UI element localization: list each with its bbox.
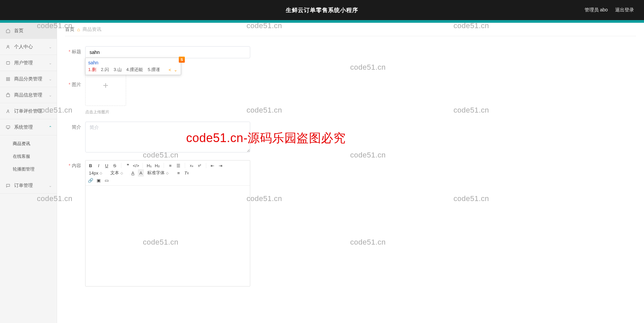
indent-left-button[interactable]: ⇤ (210, 162, 216, 169)
svg-rect-1 (6, 61, 9, 64)
ime-nav[interactable]: < ⌄ (169, 67, 178, 72)
label-intro: 简介 (65, 122, 85, 130)
chevron-down-icon: ⌄ (49, 61, 52, 65)
chevron-down-icon: ⌄ (49, 183, 52, 188)
svg-point-7 (7, 110, 9, 111)
logout-button[interactable]: 退出登录 (615, 7, 634, 13)
sidebar-item-home[interactable]: 首页 (0, 23, 57, 39)
box-icon (5, 92, 11, 98)
ime-candidates: 1.删 2.闪 3.山 4.擅还能 5.擅谨 < ⌄ (88, 66, 178, 73)
svg-rect-3 (8, 77, 10, 79)
list-unordered-button[interactable]: ☰ (175, 162, 181, 169)
label-content: *内容 (65, 160, 85, 169)
ime-buffer: sahn (88, 59, 178, 66)
sidebar-subitem-service[interactable]: 在线客服 (0, 150, 57, 163)
sidebar-item-profile[interactable]: 个人中心 ⌄ (0, 39, 57, 55)
link-button[interactable]: 🔗 (88, 177, 94, 184)
title-input[interactable] (85, 46, 250, 58)
italic-button[interactable]: I (96, 162, 102, 169)
monitor-icon (5, 125, 11, 130)
sidebar-subitem-news[interactable]: 商品资讯 (0, 137, 57, 150)
superscript-button[interactable]: x² (197, 162, 203, 169)
svg-point-0 (7, 45, 9, 47)
sidebar-item-system[interactable]: 系统管理 ⌄ (0, 119, 57, 135)
label-image: *图片 (65, 65, 85, 88)
underline-button[interactable]: U (104, 162, 110, 169)
list-ordered-button[interactable]: ≡ (167, 162, 173, 169)
sidebar-item-category[interactable]: 商品分类管理 ⌄ (0, 71, 57, 87)
sidebar-item-products[interactable]: 商品信息管理 ⌄ (0, 87, 57, 103)
label-title: *标题 (65, 46, 85, 55)
sidebar-item-label: 订单评价管理 (14, 108, 42, 114)
sidebar: 首页 个人中心 ⌄ 用户管理 ⌄ 商品分类管理 ⌄ (0, 23, 57, 323)
form: *标题 S sahn 1.删 2.闪 3.山 4.擅还能 5.擅谨 < ⌄ (65, 36, 340, 286)
admin-label[interactable]: 管理员 abo (585, 7, 608, 13)
sidebar-item-label: 订单管理 (14, 183, 33, 189)
svg-rect-5 (8, 79, 10, 81)
block-type-select[interactable]: 文本◇ (109, 170, 128, 176)
chevron-up-icon: ⌄ (49, 125, 52, 130)
code-button[interactable]: </> (133, 162, 139, 169)
ime-tag-icon: S (179, 57, 185, 63)
chevron-down-icon: ⌄ (49, 93, 52, 98)
upload-hint: 点击上传图片 (85, 109, 126, 115)
sidebar-submenu-system: 商品资讯 在线客服 轮播图管理 (0, 135, 57, 178)
chevron-down-icon: ⌄ (49, 45, 52, 49)
main-content: 首页 ⌂ 商品资讯 *标题 S sahn 1.删 2.闪 3.山 4.擅还 (57, 23, 644, 323)
chevron-down-icon: ⌄ (49, 109, 52, 114)
grid-icon (5, 76, 11, 82)
indent-right-button[interactable]: ⇥ (218, 162, 224, 169)
sidebar-item-label: 商品信息管理 (14, 92, 42, 98)
font-size-select[interactable]: 14px◇ (88, 170, 107, 176)
sidebar-item-label: 系统管理 (14, 124, 33, 130)
clear-format-button[interactable]: Tx (183, 169, 190, 177)
h1-button[interactable]: H₁ (146, 162, 152, 169)
sidebar-item-users[interactable]: 用户管理 ⌄ (0, 55, 57, 71)
image-button[interactable]: ▣ (96, 177, 102, 184)
chat-icon (5, 183, 11, 188)
home-icon: ⌂ (77, 27, 80, 32)
ime-candidate[interactable]: 4.擅还能 (126, 67, 143, 73)
chevron-down-icon: ⌄ (49, 77, 52, 81)
ime-candidate[interactable]: 1.删 (88, 67, 96, 73)
bold-button[interactable]: B (88, 162, 94, 169)
h2-button[interactable]: H₂ (154, 162, 160, 169)
sidebar-item-label: 个人中心 (14, 44, 33, 50)
breadcrumb-current: 商品资讯 (83, 26, 101, 33)
svg-rect-4 (6, 79, 8, 81)
header-actions: 管理员 abo 退出登录 (585, 7, 634, 13)
video-button[interactable]: ▭ (104, 177, 110, 184)
user-icon (5, 44, 11, 50)
sidebar-item-label: 用户管理 (14, 60, 33, 66)
ime-popup[interactable]: S sahn 1.删 2.闪 3.山 4.擅还能 5.擅谨 < ⌄ (85, 58, 181, 75)
home-icon (5, 28, 11, 34)
svg-rect-8 (6, 126, 10, 128)
breadcrumb-home[interactable]: 首页 (65, 26, 74, 33)
ime-candidate[interactable]: 5.擅谨 (148, 67, 160, 73)
editor-toolbar: B I U S ❞ </> H₁ H₂ ≡ ☰ (86, 160, 250, 186)
review-icon (5, 109, 11, 114)
sidebar-item-reviews[interactable]: 订单评价管理 ⌄ (0, 103, 57, 119)
strike-button[interactable]: S (112, 162, 118, 169)
accent-bar (0, 20, 644, 23)
ime-candidate[interactable]: 2.闪 (101, 67, 109, 73)
quote-button[interactable]: ❞ (125, 162, 131, 169)
plus-icon: + (103, 80, 108, 91)
ime-candidate[interactable]: 3.山 (114, 67, 122, 73)
intro-textarea[interactable] (85, 122, 250, 152)
bg-color-button[interactable]: A (138, 169, 144, 177)
text-color-button[interactable]: A (130, 169, 136, 177)
align-button[interactable]: ≡ (175, 169, 181, 177)
editor-body[interactable] (86, 186, 250, 286)
users-icon (5, 60, 11, 66)
font-family-select[interactable]: 标准字体◇ (146, 170, 173, 176)
svg-rect-2 (6, 77, 8, 79)
app-title: 生鲜云订单零售系统小程序 (286, 6, 358, 14)
rich-text-editor: B I U S ❞ </> H₁ H₂ ≡ ☰ (85, 160, 250, 286)
sidebar-item-orders[interactable]: 订单管理 ⌄ (0, 178, 57, 194)
sidebar-subitem-carousel[interactable]: 轮播图管理 (0, 163, 57, 176)
subscript-button[interactable]: x₂ (189, 162, 195, 169)
breadcrumb: 首页 ⌂ 商品资讯 (65, 23, 636, 36)
sidebar-item-label: 商品分类管理 (14, 76, 42, 82)
app-header: 生鲜云订单零售系统小程序 管理员 abo 退出登录 (0, 0, 644, 20)
